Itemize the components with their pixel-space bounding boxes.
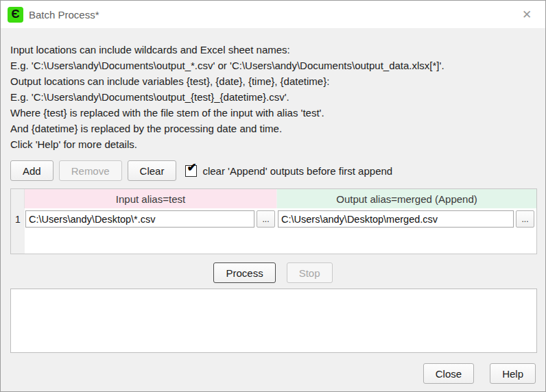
clear-append-checkbox[interactable]: ✔ [185,165,197,177]
title-bar: Є Batch Process* ✕ [1,1,545,28]
clear-append-checkbox-label: clear 'Append' outputs before first appe… [202,165,392,177]
checkmark-icon: ✔ [187,162,196,173]
output-browse-button[interactable]: ... [516,210,534,228]
footer-buttons: Close Help [10,363,536,384]
input-column-header[interactable]: Input alias=test [25,189,277,208]
log-output-area[interactable] [10,289,537,353]
row-number-header [11,189,25,208]
clear-button[interactable]: Clear [128,160,177,181]
instruction-line: Click 'Help' for more details. [10,136,536,152]
process-button[interactable]: Process [213,262,275,283]
app-logo-icon: Є [8,7,23,23]
input-location-field[interactable] [25,210,254,228]
close-window-icon[interactable]: ✕ [515,4,538,25]
window-title: Batch Process* [29,9,99,21]
output-location-cell: ... [277,208,536,230]
process-controls: Process Stop [1,262,545,283]
instruction-line: E.g. 'C:\Users\andy\Documents\output_*.c… [10,58,536,73]
input-browse-button[interactable]: ... [257,210,275,228]
input-location-cell: ... [25,208,277,230]
close-button[interactable]: Close [423,363,474,384]
instructions-block: Input locations can include wildcards an… [10,42,536,152]
toolbar: Add Remove Clear ✔ clear 'Append' output… [10,160,536,181]
instruction-line: Output locations can include variables {… [10,73,536,89]
stop-button[interactable]: Stop [287,262,333,283]
output-location-field[interactable] [278,210,514,228]
instruction-line: Where {test} is replaced with the file s… [10,105,536,121]
instruction-line: And {datetime} is replaced by the proces… [10,121,536,136]
row-number-cell: 1 [11,208,25,230]
batch-process-dialog: Є Batch Process* ✕ Input locations can i… [0,0,546,392]
table-row: 1 ... ... [11,208,536,230]
row-number-gutter [11,230,25,254]
instruction-line: Input locations can include wildcards an… [10,42,536,58]
instruction-line: E.g. 'C:\Users\andy\Documents\output_{te… [10,89,536,105]
table-empty-area [11,230,536,254]
help-button[interactable]: Help [490,363,536,384]
remove-button[interactable]: Remove [59,160,122,181]
add-button[interactable]: Add [10,160,54,181]
clear-append-checkbox-group: ✔ clear 'Append' outputs before first ap… [185,165,392,177]
table-header-row: Input alias=test Output alias=merged (Ap… [11,189,536,208]
batch-jobs-table: Input alias=test Output alias=merged (Ap… [10,188,537,254]
output-column-header[interactable]: Output alias=merged (Append) [277,189,536,208]
